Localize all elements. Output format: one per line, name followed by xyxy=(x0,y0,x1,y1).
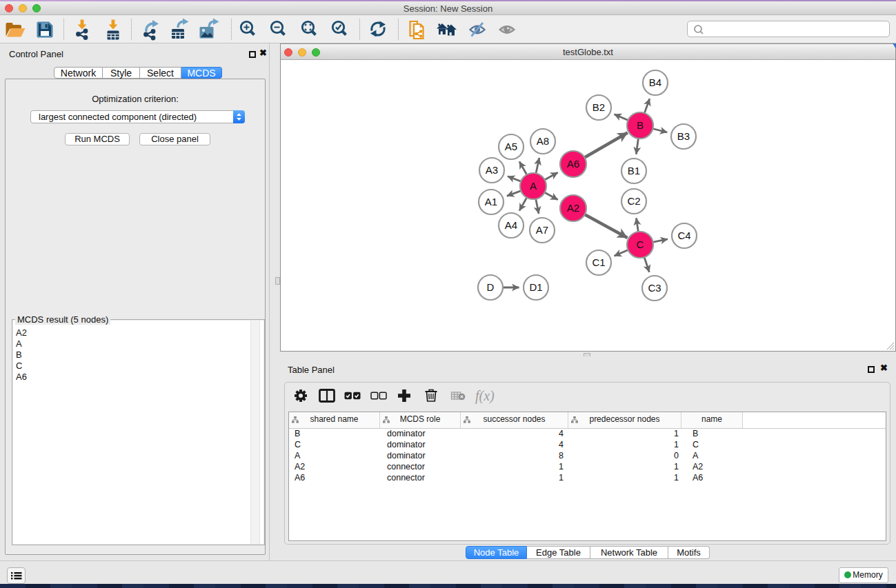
svg-text:A2: A2 xyxy=(567,202,579,214)
svg-text:A8: A8 xyxy=(537,135,549,147)
svg-text:A: A xyxy=(530,180,537,192)
svg-text:f(x): f(x) xyxy=(475,388,495,404)
svg-text:A3: A3 xyxy=(486,164,498,176)
svg-text:B4: B4 xyxy=(649,77,661,88)
svg-text:B1: B1 xyxy=(628,165,640,176)
svg-text:C3: C3 xyxy=(648,282,661,294)
svg-text:B: B xyxy=(637,119,644,131)
svg-text:C4: C4 xyxy=(677,230,690,241)
svg-text:A6: A6 xyxy=(567,158,579,170)
svg-text:C: C xyxy=(637,239,644,250)
svg-text:C2: C2 xyxy=(627,195,640,207)
svg-text:D1: D1 xyxy=(529,281,542,293)
svg-text:C1: C1 xyxy=(592,256,605,268)
svg-text:D: D xyxy=(487,281,495,293)
svg-text:A7: A7 xyxy=(536,224,548,236)
svg-text:A1: A1 xyxy=(485,196,497,207)
svg-text:B3: B3 xyxy=(677,130,690,142)
svg-text:A4: A4 xyxy=(505,219,517,231)
svg-text:B2: B2 xyxy=(593,101,605,113)
svg-text:A5: A5 xyxy=(505,141,517,152)
